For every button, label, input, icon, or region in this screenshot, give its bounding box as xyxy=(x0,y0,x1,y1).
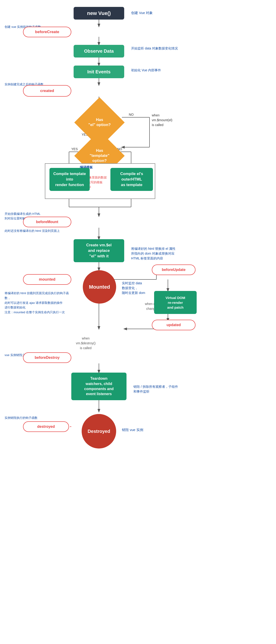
before-mount-hook: beforeMount xyxy=(23,217,71,227)
observe-data-label: 开始监听 data 对象数据变化情况 xyxy=(131,46,178,51)
init-events-box: Init Events xyxy=(74,66,124,78)
compile-el-box: Compile el's outerHTML as template xyxy=(110,168,153,191)
mounted-hook: mounted xyxy=(23,274,71,285)
create-vm-label: 将编译好的 html 替换掉 el 属性 所指向的 dom 对象或替换对应 HT… xyxy=(131,242,176,261)
no-el-label: when vm.$mount(el) is called xyxy=(152,108,172,128)
teardown-label: 销毁 / 拆除所有观察者，子组件 和事件监听 xyxy=(134,380,178,394)
before-update-hook: beforeUpdate xyxy=(152,264,196,275)
destroy-vue-label: 销毁 vue 实例 xyxy=(122,427,143,433)
before-destroy-hook: beforeDestroy xyxy=(23,352,71,363)
virtual-dom-box: Virtual DOM re-render and patch xyxy=(154,291,197,314)
before-create-hook: beforeCreate xyxy=(23,27,71,37)
connector-lines: NO YES YES NO xyxy=(0,0,276,644)
real-time-label: 实时监控 data 数据变化， 随时去更新 dom xyxy=(122,276,145,295)
observe-data-box: Observe Data xyxy=(74,45,124,58)
init-events-label: 初始化 Vue 内部事件 xyxy=(131,68,161,73)
new-vue-box: new Vue() xyxy=(74,7,124,20)
destroyed-circle: Destroyed xyxy=(82,414,116,448)
svg-text:NO: NO xyxy=(129,113,134,116)
compile-template-box: Compile template into render function xyxy=(50,168,90,191)
create-vm-box: Create vm.$el and replace "el" with it xyxy=(74,239,124,262)
mounted-circle: Mounted xyxy=(83,270,116,304)
destroyed-annotation: 实例销毁执行的钩子函数 xyxy=(4,416,38,420)
mounted-annotation: 将编译好的 html 挂载到页面完成后执行的钩子函数， 此时可以进行发送 aja… xyxy=(4,291,71,315)
new-vue-label: 创建 Vue 对象 xyxy=(131,10,153,16)
destroyed-hook: destroyed xyxy=(23,421,69,432)
svg-text:YES: YES xyxy=(71,147,78,151)
teardown-box: Teardown watchers, child components and … xyxy=(71,372,126,400)
created-hook: created xyxy=(23,85,71,96)
updated-hook: updated xyxy=(152,320,196,330)
lifecycle-diagram: NO YES YES NO xyxy=(0,0,276,644)
before-mount-annotation2: 此时还没有将编译出的 html 渲染到页面上 xyxy=(4,228,60,233)
when-destroy-label: when vm.$destroy() is called xyxy=(76,331,96,350)
